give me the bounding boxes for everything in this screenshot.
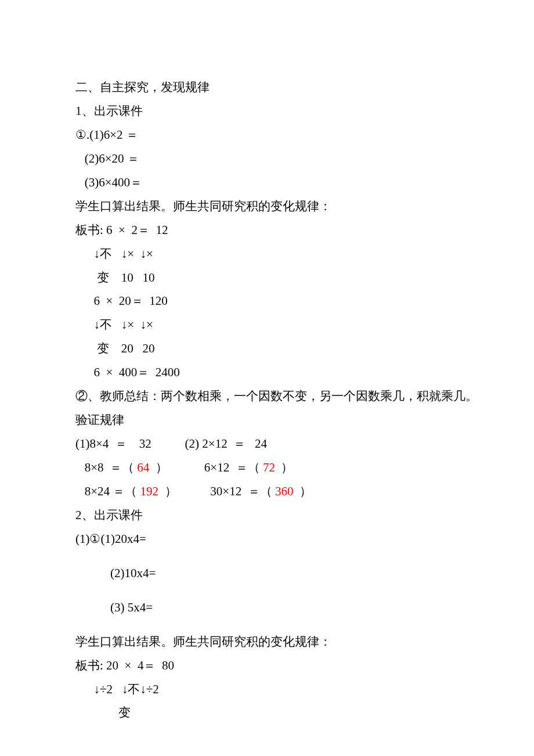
board-line-9: ↓÷2 ↓不↓÷2 xyxy=(75,678,459,701)
item-1-heading: 1、出示课件 xyxy=(75,99,459,123)
observation-2: 学生口算出结果。师生共同研究积的变化规律： xyxy=(75,630,459,654)
equation-2-2: (2)10x4= xyxy=(75,561,459,585)
board-line-6: 变 20 20 xyxy=(75,337,459,361)
board-line-8: 板书: 20 × 4＝ 80 xyxy=(75,654,459,678)
equation-1-2: (2)6×20 ＝ xyxy=(75,147,459,171)
spacer xyxy=(75,620,459,630)
board-line-4: 6 × 20＝ 120 xyxy=(75,289,459,313)
board-line-3: 变 10 10 xyxy=(75,266,459,290)
section-heading: 二、自主探究，发现规律 xyxy=(75,75,459,99)
verify-row-3-answer-2: 360 xyxy=(275,484,294,498)
verify-row-2-answer-2: 72 xyxy=(263,460,275,474)
verify-row-2: 8×8 ＝（ 64 ） 6×12 ＝（ 72 ） xyxy=(75,456,459,480)
verify-row-1: (1)8×4 ＝ 32 (2) 2×12 ＝ 24 xyxy=(75,432,459,456)
verify-row-3-answer-1: 192 xyxy=(140,484,159,498)
verify-row-3-prefix-2: ） 30×12 ＝（ xyxy=(158,484,275,498)
verify-row-3-suffix: ） xyxy=(293,484,312,498)
spacer xyxy=(75,585,459,596)
equation-1-3: (3)6×400＝ xyxy=(75,171,459,195)
equation-2-3: (3) 5x4= xyxy=(75,596,459,620)
verify-row-2-prefix-1: 8×8 ＝（ xyxy=(75,460,137,474)
item-2-heading: 2、出示课件 xyxy=(75,503,459,527)
verify-row-2-suffix: ） xyxy=(275,460,294,474)
verify-row-3: 8×24 ＝（ 192 ） 30×12 ＝（ 360 ） xyxy=(75,480,459,503)
verify-row-2-prefix-2: ） 6×12 ＝（ xyxy=(149,460,263,474)
equation-1-1: ①.(1)6×2 ＝ xyxy=(75,123,459,147)
board-line-5: ↓不 ↓× ↓× xyxy=(75,313,459,337)
board-line-10: 变 xyxy=(75,701,459,725)
observation-1: 学生口算出结果。师生共同研究积的变化规律： xyxy=(75,195,459,218)
board-line-1: 板书: 6 × 2＝ 12 xyxy=(75,218,459,242)
spacer xyxy=(75,551,459,561)
equation-2-1: (1)①(1)20x4= xyxy=(75,527,459,551)
summary-1: ②、教师总结：两个数相乘，一个因数不变，另一个因数乘几，积就乘几。 xyxy=(75,384,459,408)
board-line-2: ↓不 ↓× ↓× xyxy=(75,242,459,266)
board-line-7: 6 × 400＝ 2400 xyxy=(75,361,459,384)
verify-heading: 验证规律 xyxy=(75,408,459,432)
verify-row-3-prefix-1: 8×24 ＝（ xyxy=(75,484,140,498)
verify-row-2-answer-1: 64 xyxy=(137,460,149,474)
